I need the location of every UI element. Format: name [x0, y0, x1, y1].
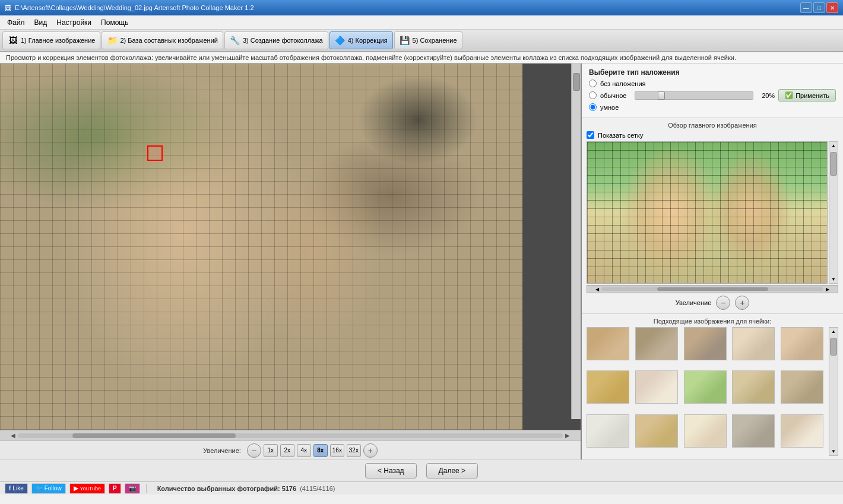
zoom-out-button[interactable]: − [247, 443, 261, 458]
radio-normal[interactable] [589, 91, 597, 99]
overview-v-scrollbar[interactable]: ▲ ▼ [829, 141, 838, 284]
twitter-icon: 🐦 [36, 485, 43, 492]
step3-label: 3) Создание фотоколлажа [243, 37, 323, 44]
thumb-2[interactable] [635, 327, 678, 360]
thumb-13[interactable] [684, 414, 727, 448]
menu-help[interactable]: Помощь [96, 17, 133, 28]
collage-viewport[interactable] [0, 64, 581, 430]
step3-icon: 🔧 [230, 35, 240, 46]
thumb-7[interactable] [635, 370, 678, 404]
titlebar: 🖼 E:\Artensoft\Collages\Wedding\Wedding_… [0, 0, 843, 15]
thumb-3[interactable] [684, 327, 727, 360]
zoom-label: Увеличение: [203, 447, 241, 454]
facebook-like-button[interactable]: f Like [5, 483, 28, 494]
thumb-9[interactable] [732, 370, 775, 404]
zoom-4x[interactable]: 4x [297, 444, 311, 457]
step1-icon: 🖼 [8, 35, 18, 46]
titlebar-title: 🖼 E:\Artensoft\Collages\Wedding\Wedding_… [5, 4, 254, 11]
zoom-2x[interactable]: 2x [280, 444, 294, 457]
thumb-14[interactable] [732, 414, 775, 448]
right-panel: Выберите тип наложения без наложения обы… [582, 64, 843, 459]
nav-buttons: < Назад Далее > [0, 459, 843, 481]
overview-zoom-out[interactable]: − [716, 296, 730, 310]
toolbar-step2[interactable]: 📁 2) База составных изображений [102, 31, 223, 49]
overview-zoom-label: Увеличение [676, 299, 712, 306]
status-divider [146, 484, 147, 493]
show-grid-checkbox[interactable] [587, 131, 594, 139]
thumb-5[interactable] [781, 327, 823, 360]
overview-container[interactable] [587, 141, 828, 284]
radio-none[interactable] [589, 80, 597, 87]
collage-h-scrollbar[interactable]: ◀ ▶ [0, 430, 581, 440]
overview-zoom-row: Увеличение − + [587, 296, 838, 310]
twitter-follow-button[interactable]: 🐦 Follow [31, 483, 66, 494]
zoom-32x[interactable]: 32x [347, 444, 361, 457]
overview-right-btn[interactable]: ▶ [826, 287, 829, 292]
thumb-15[interactable] [781, 414, 823, 448]
menu-file[interactable]: Файл [2, 17, 30, 28]
thumb-10[interactable] [781, 370, 823, 404]
apply-label: Применить [796, 92, 829, 99]
radio-normal-row: обычное 20% ✅ Применить [589, 89, 836, 102]
main-content: ◀ ▶ Увеличение: − 1x 2x 4x 8x 16x 32x + … [0, 64, 843, 459]
pinterest-icon: P [113, 485, 117, 492]
thumb-4[interactable] [732, 327, 775, 360]
follow-label: Follow [45, 485, 62, 492]
step5-label: 5) Сохранение [413, 37, 457, 44]
thumb-6[interactable] [587, 370, 629, 404]
overview-grid [587, 142, 827, 283]
step4-label: 4) Коррекция [348, 37, 388, 44]
overlay-slider[interactable] [635, 91, 753, 100]
overview-left-btn[interactable]: ◀ [595, 287, 599, 292]
toolbar-step4[interactable]: 🔷 4) Коррекция [329, 31, 393, 49]
titlebar-text: E:\Artensoft\Collages\Wedding\Wedding_02… [15, 4, 254, 11]
like-label: Like [12, 485, 23, 492]
left-panel: ◀ ▶ Увеличение: − 1x 2x 4x 8x 16x 32x + [0, 64, 582, 459]
next-button[interactable]: Далее > [426, 463, 478, 478]
scroll-right-btn[interactable]: ▶ [565, 432, 570, 439]
selected-cell [147, 145, 163, 161]
infobar: Просмотр и коррекция элементов фотоколла… [0, 52, 843, 64]
overview-zoom-in[interactable]: + [735, 296, 749, 310]
radio-smart[interactable] [589, 103, 597, 111]
youtube-label: YouTube [80, 486, 101, 492]
overlay-title: Выберите тип наложения [589, 68, 836, 77]
collage-v-scrollbar[interactable] [571, 64, 581, 419]
zoom-in-button[interactable]: + [363, 443, 378, 458]
thumb-8[interactable] [684, 370, 727, 404]
toolbar-step3[interactable]: 🔧 3) Создание фотоколлажа [224, 31, 328, 49]
overlay-percent: 20% [762, 92, 775, 99]
radio-normal-label: обычное [600, 92, 626, 99]
zoom-8x[interactable]: 8x [313, 444, 328, 457]
thumbs-scroll-up[interactable]: ▲ [830, 328, 837, 335]
minimize-button[interactable]: — [800, 2, 812, 13]
thumb-1[interactable] [587, 327, 629, 360]
toolbar-step5[interactable]: 💾 5) Сохранение [394, 31, 462, 49]
instagram-icon: 📷 [129, 485, 136, 492]
titlebar-controls: — □ ✕ [800, 2, 838, 13]
suitable-section: Подходящие изображения для ячейки: [582, 314, 843, 459]
scroll-left-btn[interactable]: ◀ [11, 432, 15, 439]
overview-h-scrollbar[interactable]: ◀ ▶ [587, 285, 838, 293]
thumb-12[interactable] [635, 414, 678, 448]
images-grid [587, 327, 828, 456]
overview-scroll-down[interactable]: ▼ [830, 275, 837, 283]
menu-settings[interactable]: Настройки [52, 17, 96, 28]
thumbs-v-scrollbar[interactable]: ▲ ▼ [829, 327, 838, 456]
maximize-button[interactable]: □ [813, 2, 825, 13]
zoom-16x[interactable]: 16x [330, 444, 344, 457]
radio-none-label: без наложения [600, 80, 646, 87]
overview-scroll-up[interactable]: ▲ [830, 142, 837, 150]
thumb-11[interactable] [587, 414, 629, 448]
close-button[interactable]: ✕ [826, 2, 838, 13]
toolbar-step1[interactable]: 🖼 1) Главное изображение [2, 31, 100, 49]
infobar-text: Просмотр и коррекция элементов фотоколла… [6, 54, 736, 61]
zoom-1x[interactable]: 1x [264, 444, 278, 457]
instagram-button[interactable]: 📷 [125, 483, 140, 494]
thumbs-scroll-down[interactable]: ▼ [830, 448, 837, 455]
menu-view[interactable]: Вид [30, 17, 52, 28]
apply-button[interactable]: ✅ Применить [778, 89, 836, 102]
youtube-button[interactable]: ▶ YouTube [69, 483, 105, 494]
pinterest-button[interactable]: P [109, 483, 121, 494]
back-button[interactable]: < Назад [365, 463, 417, 478]
